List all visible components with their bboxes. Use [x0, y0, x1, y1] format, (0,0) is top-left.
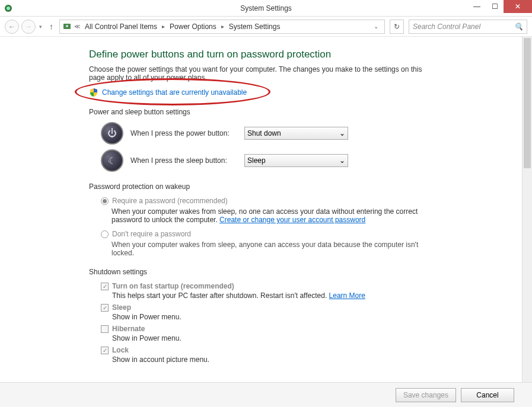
checkbox-input[interactable]: [101, 325, 109, 333]
chevron-down-icon: ⌄: [339, 156, 345, 165]
up-button[interactable]: ↑: [46, 22, 57, 31]
window-title: System Settings: [0, 4, 532, 12]
no-password-desc: When your computer wakes from sleep, any…: [112, 241, 432, 257]
checkbox-fast-startup: Turn on fast startup (recommended): [101, 282, 508, 290]
checkbox-label: Turn on fast startup (recommended): [112, 282, 234, 290]
radio-no-password: Don't require a password: [101, 230, 508, 238]
app-icon: [0, 4, 17, 13]
radio-input[interactable]: [101, 197, 109, 205]
checkbox-label: Hibernate: [112, 325, 145, 333]
cancel-button[interactable]: Cancel: [461, 388, 514, 402]
section-power-sleep: Power and sleep button settings: [89, 108, 508, 116]
scrollbar-thumb[interactable]: [524, 38, 531, 168]
svg-point-1: [7, 7, 10, 10]
checkbox-lock: Lock: [101, 346, 508, 354]
power-icon: ⏻: [101, 122, 123, 145]
search-icon: 🔍: [514, 23, 523, 31]
radio-label: Don't require a password: [112, 230, 191, 238]
minimize-button[interactable]: —: [468, 0, 486, 13]
checkbox-hibernate: Hibernate: [101, 325, 508, 333]
create-password-link[interactable]: Create or change your user account passw…: [219, 216, 365, 224]
back-button[interactable]: ←: [5, 20, 19, 34]
history-dropdown[interactable]: ▾: [38, 24, 43, 30]
power-button-value: Shut down: [247, 129, 281, 137]
checkbox-input[interactable]: [101, 304, 109, 312]
page-heading: Define power buttons and turn on passwor…: [89, 49, 508, 60]
control-panel-icon: [62, 22, 72, 31]
breadcrumb-segment[interactable]: All Control Panel Items: [82, 23, 160, 31]
breadcrumb-segment[interactable]: Power Options: [167, 23, 219, 31]
power-button-label: When I press the power button:: [130, 129, 237, 137]
sleep-button-value: Sleep: [247, 156, 266, 165]
section-password: Password protection on wakeup: [89, 182, 508, 191]
page-description: Choose the power settings that you want …: [89, 65, 427, 82]
navigation-bar: ← → ▾ ↑ ≪ All Control Panel Items ▸ Powe…: [0, 17, 532, 37]
fast-startup-desc: This helps start your PC faster after sh…: [112, 291, 508, 300]
chevron-right-icon[interactable]: ▸: [220, 23, 225, 30]
power-button-row: ⏻ When I press the power button: Shut do…: [101, 122, 508, 145]
shield-icon: [89, 88, 98, 97]
change-settings-link[interactable]: Change settings that are currently unava…: [102, 88, 247, 97]
breadcrumb-segment[interactable]: System Settings: [227, 23, 283, 31]
hibernate-desc: Show in Power menu.: [112, 334, 508, 342]
section-shutdown: Shutdown settings: [89, 268, 508, 276]
checkbox-label: Lock: [112, 346, 129, 354]
sleep-desc: Show in Power menu.: [112, 313, 508, 321]
checkbox-input[interactable]: [101, 347, 109, 354]
vertical-scrollbar[interactable]: [522, 37, 532, 382]
sleep-button-label: When I press the sleep button:: [130, 156, 237, 165]
content-area: Define power buttons and turn on passwor…: [0, 37, 532, 382]
search-input[interactable]: Search Control Panel 🔍: [409, 20, 527, 34]
desc-text: This helps start your PC faster after sh…: [112, 291, 329, 300]
checkbox-sleep: Sleep: [101, 303, 508, 312]
chevron-down-icon: ⌄: [339, 129, 345, 137]
lock-desc: Show in account picture menu.: [112, 355, 508, 364]
search-placeholder: Search Control Panel: [413, 23, 480, 31]
window-controls: — ☐ ✕: [468, 0, 532, 13]
close-button[interactable]: ✕: [504, 0, 532, 13]
refresh-button[interactable]: ↻: [390, 20, 404, 34]
save-button[interactable]: Save changes: [396, 388, 456, 402]
forward-button[interactable]: →: [21, 20, 36, 34]
power-button-select[interactable]: Shut down ⌄: [244, 127, 348, 140]
radio-label: Require a password (recommended): [112, 197, 228, 205]
sleep-button-select[interactable]: Sleep ⌄: [244, 154, 348, 167]
chevron-right-icon[interactable]: ▸: [161, 23, 166, 30]
checkbox-label: Sleep: [112, 303, 131, 312]
breadcrumb-dropdown[interactable]: ⌄: [370, 23, 382, 30]
sleep-button-row: ☾ When I press the sleep button: Sleep ⌄: [101, 149, 508, 172]
require-password-desc: When your computer wakes from sleep, no …: [112, 207, 432, 224]
learn-more-link[interactable]: Learn More: [329, 291, 365, 300]
maximize-button[interactable]: ☐: [486, 0, 504, 13]
footer-bar: Save changes Cancel: [0, 382, 532, 407]
title-bar: System Settings — ☐ ✕: [0, 0, 532, 17]
radio-require-password: Require a password (recommended): [101, 197, 508, 205]
sleep-icon: ☾: [101, 149, 123, 172]
breadcrumb[interactable]: ≪ All Control Panel Items ▸ Power Option…: [59, 20, 385, 34]
chevron-icon[interactable]: ≪: [73, 23, 81, 30]
radio-input[interactable]: [101, 230, 109, 238]
checkbox-input[interactable]: [101, 283, 109, 290]
change-settings-row: Change settings that are currently unava…: [89, 88, 508, 97]
svg-point-3: [66, 25, 68, 27]
